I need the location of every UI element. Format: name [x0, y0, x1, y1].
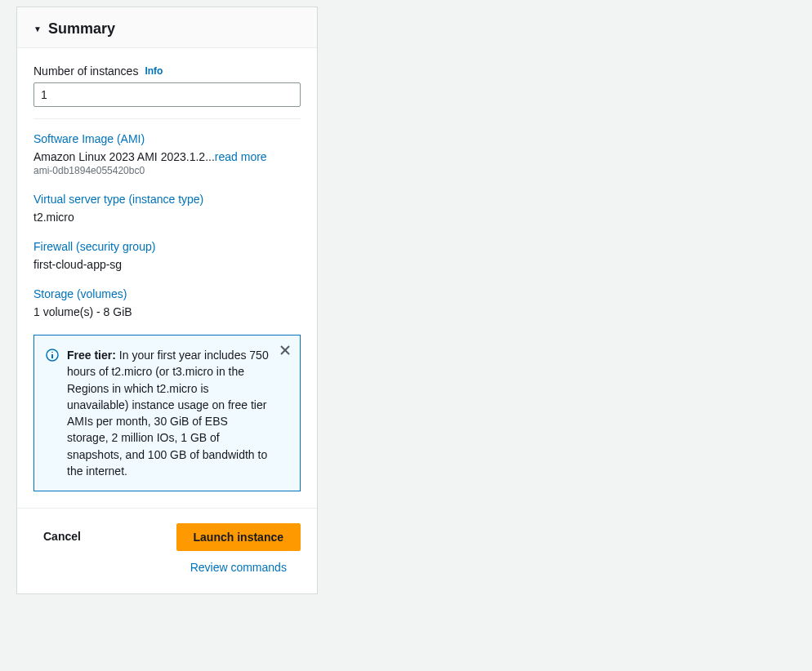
storage-section: Storage (volumes) 1 volume(s) - 8 GiB	[33, 287, 301, 318]
storage-link[interactable]: Storage (volumes)	[33, 287, 301, 300]
firewall-link[interactable]: Firewall (security group)	[33, 240, 301, 253]
summary-body: Number of instances Info Software Image …	[17, 48, 317, 508]
instances-input[interactable]	[33, 82, 301, 107]
instance-type-value: t2.micro	[33, 211, 301, 224]
instances-info-link[interactable]: Info	[145, 65, 163, 77]
summary-footer: Cancel Launch instance Review commands	[17, 508, 317, 593]
svg-point-2	[51, 352, 53, 353]
close-icon[interactable]	[279, 344, 292, 357]
ami-link[interactable]: Software Image (AMI)	[33, 132, 301, 145]
summary-header[interactable]: ▼ Summary	[17, 7, 317, 48]
ami-id: ami-0db1894e055420bc0	[33, 165, 301, 176]
free-tier-text: Free tier: In your first year includes 7…	[67, 347, 288, 479]
ami-name: Amazon Linux 2023 AMI 2023.1.2...	[33, 150, 215, 163]
free-tier-body: In your first year includes 750 hours of…	[67, 349, 269, 478]
review-commands-link[interactable]: Review commands	[190, 561, 287, 574]
instance-type-section: Virtual server type (instance type) t2.m…	[33, 193, 301, 224]
firewall-section: Firewall (security group) first-cloud-ap…	[33, 240, 301, 271]
info-icon	[46, 349, 59, 362]
read-more-link[interactable]: read more	[215, 150, 267, 163]
caret-down-icon: ▼	[33, 24, 42, 33]
cancel-button[interactable]: Cancel	[33, 523, 91, 549]
ami-section: Software Image (AMI) Amazon Linux 2023 A…	[33, 132, 301, 176]
divider	[33, 118, 301, 119]
instance-type-link[interactable]: Virtual server type (instance type)	[33, 193, 301, 206]
launch-instance-button[interactable]: Launch instance	[176, 523, 301, 551]
instances-label: Number of instances	[33, 64, 138, 78]
free-tier-info-box: Free tier: In your first year includes 7…	[33, 335, 301, 491]
free-tier-label: Free tier:	[67, 349, 116, 362]
firewall-value: first-cloud-app-sg	[33, 258, 301, 271]
storage-value: 1 volume(s) - 8 GiB	[33, 305, 301, 318]
summary-panel: ▼ Summary Number of instances Info Softw…	[16, 7, 318, 594]
ami-value: Amazon Linux 2023 AMI 2023.1.2...read mo…	[33, 150, 301, 163]
summary-title: Summary	[48, 20, 115, 38]
